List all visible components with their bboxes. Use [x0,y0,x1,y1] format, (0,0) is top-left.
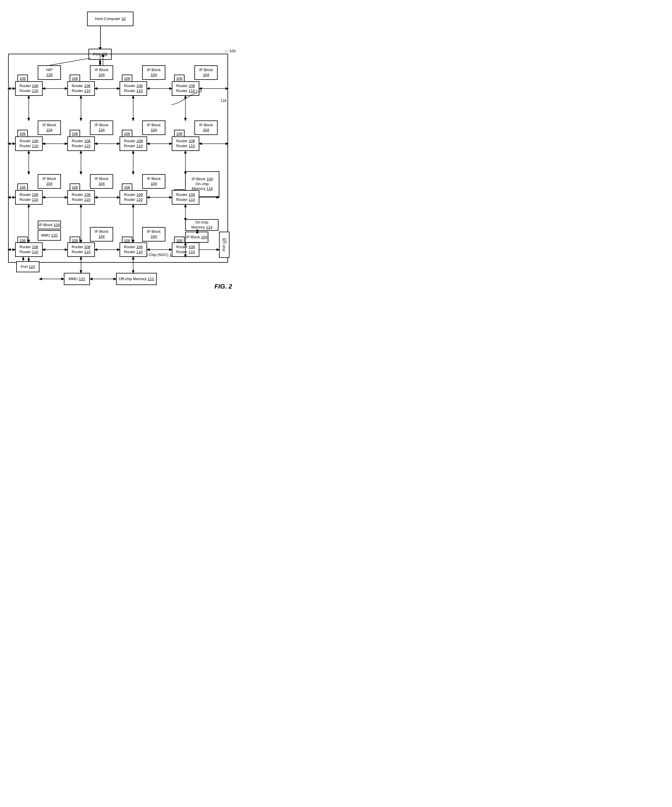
r1c3-ipblock: IP Block104 [142,65,165,80]
diagram: — 100 Host Computer 10 Port 130 Network … [0,0,244,293]
r4c4-ipblock: IP Block 104 [185,232,208,243]
r4c3-ipblock: IP Block104 [142,227,165,241]
r1c1-router: Router 108Router 110 [15,81,43,96]
r3c3-router: Router 108Router 110 [119,190,147,205]
mmu-122-box: MMU 122 [64,273,90,285]
ref-118-line: 118 [168,90,203,107]
r3c3-ipblock: IP Block104 [142,174,165,189]
r1c2-ipblock: IP Block104 [90,65,113,80]
r4c1-mmu: MMU 120 [38,230,61,241]
r2c1-ipblock: IP Block104 [38,120,61,135]
ref-118: 118 [221,99,226,103]
r2c3-router: Router 108Router 110 [119,136,147,151]
r2c2-ipblock: IP Block104 [90,120,113,135]
r3c4-router: Router 108Router 110 [172,190,199,205]
r4c1-ipblock: IP Block 104 [38,221,61,229]
r4c3-router: Router 108Router 110 [119,242,147,257]
r3c2-router: Router 108Router 110 [67,190,95,205]
r4c4-onchip-memory: On-chipMemory 114 [185,219,219,231]
r2c4-router: Router 108Router 110 [172,136,199,151]
r1c2-router: Router 108Router 110 [67,81,95,96]
port-124-box: Port 124 [16,261,40,272]
r2c4-ipblock: IP Block104 [194,120,217,135]
r2c2-router: Router 108Router 110 [67,136,95,151]
r4c2-ipblock: IP Block104 [90,227,113,241]
arrow-host-to-port [100,26,101,48]
fig-label: FIG. 2 [214,283,232,290]
r4c4-router: Router 108Router 110 [172,242,199,257]
r1c3-router: Router 108Router 110 [119,81,147,96]
r2c1-router: Router 108Router 110 [15,136,43,151]
host-computer-box: Host Computer 10 [87,12,133,26]
port-126-box: Port 126 [219,232,229,258]
r3c1-router: Router 108Router 110 [15,190,43,205]
hip-128-box: HIP128 [38,65,61,80]
r4c1-router: Router 108Router 110 [15,242,43,257]
r3c2-ipblock: IP Block104 [90,174,113,189]
r4c2-router: Router 108Router 110 [67,242,95,257]
offchip-memory-box: Off-chip Memory 112 [116,273,157,285]
svg-text:118: 118 [196,90,202,93]
r2c3-ipblock: IP Block104 [142,120,165,135]
r3c1-ipblock: IP Block104 [38,174,61,189]
r1c4-ipblock: IP Block104 [194,65,217,80]
ref-100: — 100 [225,49,236,53]
